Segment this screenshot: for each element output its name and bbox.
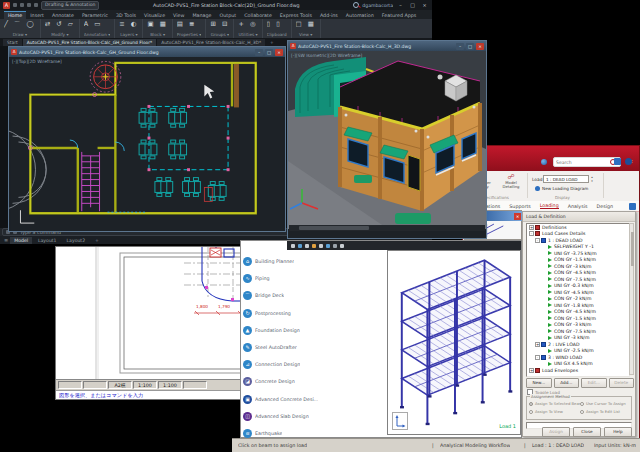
- bentley-cloud-icon[interactable]: [614, 158, 621, 165]
- panel-button[interactable]: Delete: [609, 378, 635, 388]
- command-prompt-message[interactable]: 図形を選択、またはコマンドを入力: [56, 390, 259, 399]
- workflow-item[interactable]: ∿ Piping: [243, 270, 383, 287]
- close-icon[interactable]: ×: [514, 213, 521, 220]
- staad-search-box[interactable]: [553, 157, 621, 167]
- tree-expander-icon[interactable]: +: [529, 368, 534, 373]
- tab-row-icon[interactable]: [629, 203, 636, 210]
- status-field[interactable]: 1:100: [158, 381, 182, 389]
- toolbar-icon[interactable]: [312, 244, 316, 248]
- load-case-combobox[interactable]: 1 : DEAD LOAD: [543, 175, 589, 183]
- ribbon-model-detailing[interactable]: ☍ Model Detailing: [499, 173, 523, 189]
- structure-view[interactable]: Load 1: [387, 250, 521, 435]
- layout-tab[interactable]: Model: [10, 237, 32, 244]
- tree-expander-icon[interactable]: [541, 309, 546, 314]
- tree-expander-icon[interactable]: [541, 322, 546, 327]
- ribbon-tab[interactable]: View: [169, 12, 188, 19]
- ribbon-group[interactable]: ╱ ⌒ ◯ Draw ▾: [0, 19, 41, 38]
- assignment-radio[interactable]: Assign To Edit List: [580, 409, 631, 414]
- workflow-item[interactable]: ↻ Postprocessing: [243, 305, 383, 322]
- user-icon[interactable]: [625, 158, 632, 165]
- tree-expander-icon[interactable]: [541, 257, 546, 262]
- workflow-item[interactable]: ▣ Advanced Concrete Desi...: [243, 391, 383, 408]
- radio-icon[interactable]: [529, 402, 533, 406]
- ribbon-tab[interactable]: Annotate: [48, 12, 78, 19]
- close-icon[interactable]: ×: [476, 43, 484, 50]
- viewport-controls-label[interactable]: [-][SW Isometric][2D Wireframe]: [291, 53, 362, 58]
- status-field[interactable]: 1:100: [133, 381, 157, 389]
- assignment-radio[interactable]: Use Cursor To Assign: [580, 401, 631, 406]
- wireframe-structure[interactable]: [388, 251, 520, 434]
- toolbar-icon[interactable]: [305, 244, 309, 248]
- tree-expander-icon[interactable]: [541, 303, 546, 308]
- tree-expander-icon[interactable]: [541, 348, 546, 353]
- ribbon-group[interactable]: ≡ ◐ Layers ▾: [115, 19, 143, 38]
- status-field[interactable]: [58, 381, 82, 389]
- ribbon-tab[interactable]: Home: [4, 11, 26, 19]
- tree-expander-icon[interactable]: [541, 361, 546, 366]
- help-orb-icon[interactable]: [541, 159, 547, 165]
- search-input[interactable]: [556, 160, 608, 165]
- document-tab[interactable]: AutoCAD-PVS1_Fire Station-Block-Calc_H_3…: [157, 39, 265, 46]
- panel-button[interactable]: Edit...: [581, 378, 607, 388]
- ribbon-group[interactable]: + ◎ Utilities ▾: [234, 19, 262, 38]
- tree-scrollbar[interactable]: [629, 223, 634, 375]
- toolbar-icon[interactable]: [298, 244, 302, 248]
- qat-redo-icon[interactable]: [34, 3, 38, 7]
- ribbon-tab[interactable]: Insert: [26, 12, 48, 19]
- qat-undo-icon[interactable]: [27, 3, 31, 7]
- ribbon-tab[interactable]: Collaborate: [240, 12, 276, 19]
- horizontal-scrollbar[interactable]: [289, 225, 485, 231]
- radio-icon[interactable]: [529, 410, 533, 414]
- staad-tab[interactable]: Loading: [540, 203, 559, 209]
- toolbar-icon[interactable]: [340, 244, 344, 248]
- workflow-item[interactable]: ✎ Steel AutoDrafter: [243, 339, 383, 356]
- autocad-titlebar[interactable]: A Drafting & Annotation AutoCAD-PVS1_Fir…: [0, 0, 432, 10]
- workspace-switcher[interactable]: Drafting & Annotation: [41, 1, 99, 10]
- workflow-item[interactable]: ⌒ Bridge Deck: [243, 287, 383, 304]
- maximize-icon[interactable]: □: [265, 49, 273, 56]
- radio-icon[interactable]: [580, 410, 584, 414]
- tree-expander-icon[interactable]: [541, 277, 546, 282]
- ribbon-group[interactable]: ⇄ ↺ ▱ Modify ▾: [41, 19, 80, 38]
- staad-tab[interactable]: Design: [596, 204, 613, 209]
- toolbar-icon[interactable]: [326, 244, 330, 248]
- tree-expander-icon[interactable]: +: [535, 342, 540, 347]
- minimize-icon[interactable]: –: [396, 2, 405, 8]
- panel-button[interactable]: Assign: [542, 427, 570, 437]
- ribbon-tab[interactable]: Visualize: [140, 12, 169, 19]
- jcad-canvas[interactable]: [56, 247, 259, 379]
- assignment-radio[interactable]: Assign To Selected Beams: [529, 401, 580, 406]
- viewport-controls-label[interactable]: [-][Top][2D Wireframe]: [12, 59, 62, 64]
- spinner-down-icon[interactable]: ▾: [589, 179, 595, 183]
- panel-title[interactable]: Load & Definition: [523, 212, 635, 222]
- panel-button[interactable]: New...: [526, 378, 552, 388]
- ribbon-group[interactable]: ▣ ▦ Block ▾: [143, 19, 172, 38]
- close-icon[interactable]: ×: [275, 49, 283, 56]
- tree-expander-icon[interactable]: -: [535, 355, 540, 360]
- staad-tab[interactable]: Analysis: [568, 204, 588, 209]
- workflow-item[interactable]: ▲ Foundation Design: [243, 322, 383, 339]
- ribbon-tab[interactable]: Featured Apps: [378, 12, 421, 19]
- staad-titlebar[interactable]: – □ ×: [463, 146, 639, 171]
- ribbon-tab[interactable]: Parametric: [78, 12, 112, 19]
- status-field[interactable]: [183, 381, 207, 389]
- qat-print-icon[interactable]: [20, 3, 24, 7]
- tree-expander-icon[interactable]: [541, 290, 546, 295]
- search-icon[interactable]: [353, 2, 359, 8]
- tree-expander-icon[interactable]: -: [535, 238, 540, 243]
- tree-expander-icon[interactable]: [541, 270, 546, 275]
- tree-row[interactable]: + Load Envelopes: [527, 367, 629, 374]
- toolbar-icon[interactable]: [333, 244, 337, 248]
- status-input-units[interactable]: Input Units: kN-m: [594, 443, 636, 448]
- document-tab[interactable]: AutoCAD-PVS1_Fire Station-Block-Calc_GH_…: [23, 39, 157, 46]
- workflow-item[interactable]: ◪ Concrete Design: [243, 373, 383, 390]
- tree-expander-icon[interactable]: [541, 296, 546, 301]
- toolbar-icon[interactable]: [291, 244, 295, 248]
- workflow-item[interactable]: ⊿ Connection Design: [243, 356, 383, 373]
- document-tab[interactable]: Start: [3, 39, 22, 46]
- tree-expander-icon[interactable]: [541, 251, 546, 256]
- layout-tab[interactable]: Layout1: [34, 237, 61, 244]
- ribbon-group[interactable]: A ▭ Annotation ▾: [80, 19, 115, 38]
- ribbon-tab[interactable]: Express Tools: [276, 12, 316, 19]
- panel-button[interactable]: Close: [573, 427, 601, 437]
